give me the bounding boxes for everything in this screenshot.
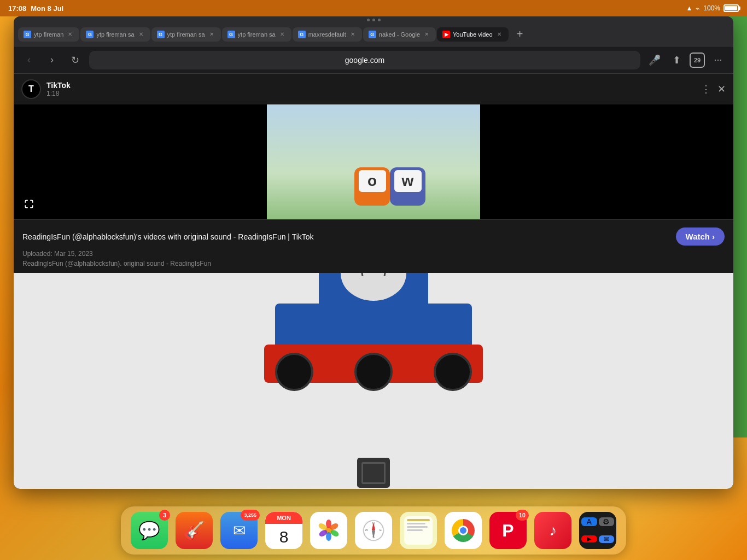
tab-1[interactable]: G ytp fireman ✕ <box>18 27 79 42</box>
tab-favicon-5: G <box>298 31 306 38</box>
dock-garageband[interactable]: 🎸 <box>176 512 213 549</box>
tab-count-badge[interactable]: 29 <box>690 52 705 68</box>
tab-close-3[interactable]: ✕ <box>208 31 215 38</box>
signal-icon: ▲ <box>686 4 692 12</box>
svg-text:W: W <box>365 528 368 532</box>
mini-player-video <box>14 104 733 219</box>
tab-label-2: ytp fireman sa <box>96 31 134 38</box>
watch-button[interactable]: Watch › <box>676 228 725 246</box>
tab-6[interactable]: G naked - Google ✕ <box>363 27 436 42</box>
dock-pinterest[interactable]: P 10 <box>489 512 527 549</box>
status-bar-right: ▲ ⌁ 100% <box>686 4 739 13</box>
calendar-month: MON <box>265 512 302 524</box>
alphablock-o <box>354 167 390 206</box>
tab-2[interactable]: G ytp fireman sa ✕ <box>80 27 150 42</box>
extras-appstore: A <box>581 517 597 526</box>
tab-label-5: maxresdefault <box>308 31 346 38</box>
tab-favicon-4: G <box>227 31 235 38</box>
browser-toolbar: ‹ › ↻ google.com 🎤 ⬆ 29 ··· <box>14 46 733 74</box>
tab-label-7: YouTube video <box>453 31 493 38</box>
tab-close-7[interactable]: ✕ <box>495 31 503 38</box>
mini-player-header: T TikTok 1:18 ⋮ ✕ <box>14 74 733 104</box>
url-text: google.com <box>345 56 384 65</box>
video-attribution: ReadingIsFun (@alphablocksfun). original… <box>22 260 725 267</box>
drag-dot <box>367 19 370 21</box>
tab-close-6[interactable]: ✕ <box>423 31 430 38</box>
dock: 💬 3 🎸 ✉ 3,255 MON 8 <box>121 506 626 555</box>
status-bar: 17:08 Mon 8 Jul ▲ ⌁ 100% <box>0 0 747 16</box>
mini-player-duration: 1:18 <box>46 90 71 97</box>
share-button[interactable]: ⬆ <box>668 51 685 69</box>
add-tab-button[interactable]: + <box>512 26 528 43</box>
tab-label-1: ytp fireman <box>34 31 63 38</box>
dock-photos[interactable] <box>310 512 347 549</box>
drag-dot <box>378 19 381 21</box>
status-bar-left: 17:08 Mon 8 Jul <box>8 4 63 13</box>
back-button[interactable]: ‹ <box>20 51 38 69</box>
more-options-button[interactable]: ⋮ <box>701 83 711 95</box>
dock-safari[interactable]: N S W E <box>355 512 392 549</box>
more-button[interactable]: ··· <box>709 51 727 69</box>
screenshot-icon[interactable] <box>19 194 39 214</box>
thomas-wheel-right <box>434 353 472 391</box>
tiktok-avatar: T <box>21 79 41 99</box>
dock-chrome[interactable] <box>445 512 482 549</box>
tab-close-4[interactable]: ✕ <box>278 31 286 38</box>
browser-content: T TikTok 1:18 ⋮ ✕ <box>14 74 733 489</box>
video-upload-date: Uploaded: Mar 15, 2023 <box>22 250 725 258</box>
mini-player: T TikTok 1:18 ⋮ ✕ <box>14 74 733 273</box>
thomas-wheel-center <box>354 353 393 391</box>
close-mini-player-button[interactable]: ✕ <box>717 83 726 95</box>
video-info: ReadingIsFun (@alphablocksfun)'s videos … <box>14 219 733 273</box>
video-frame <box>267 104 480 219</box>
dock-extras[interactable]: A ⚙ ▶ ✉ <box>579 512 616 549</box>
url-bar[interactable]: google.com <box>89 51 640 69</box>
pinterest-badge: 10 <box>516 510 529 521</box>
svg-text:E: E <box>380 528 382 532</box>
microphone-button[interactable]: 🎤 <box>646 51 663 69</box>
tab-7[interactable]: ▶ YouTube video ✕ <box>437 27 509 42</box>
tab-favicon-1: G <box>24 31 31 38</box>
thomas-window-inner <box>361 462 386 484</box>
tab-4[interactable]: G ytp fireman sa ✕ <box>222 27 291 42</box>
mini-player-controls: ⋮ ✕ <box>701 83 726 95</box>
extras-mail: ✉ <box>599 535 615 543</box>
tab-label-6: naked - Google <box>379 31 420 38</box>
wifi-icon: ⌁ <box>696 4 700 13</box>
video-title: ReadingIsFun (@alphablocksfun)'s videos … <box>22 232 669 241</box>
tab-favicon-2: G <box>86 31 94 38</box>
tab-5[interactable]: G maxresdefault ✕ <box>293 27 362 42</box>
svg-text:N: N <box>372 522 375 525</box>
thomas-wheel-left <box>275 353 313 391</box>
tab-3[interactable]: G ytp fireman sa ✕ <box>151 27 221 42</box>
dock-calendar[interactable]: MON 8 <box>265 512 302 549</box>
browser-window: G ytp fireman ✕ G ytp fireman sa ✕ G ytp… <box>14 16 733 489</box>
reload-button[interactable]: ↻ <box>66 51 84 69</box>
dock-messages[interactable]: 💬 3 <box>131 512 168 549</box>
date: Mon 8 Jul <box>31 4 63 13</box>
tab-favicon-6: G <box>369 31 376 38</box>
forward-button[interactable]: › <box>43 51 61 69</box>
battery-icon <box>723 4 739 12</box>
tab-close-1[interactable]: ✕ <box>66 31 74 38</box>
video-title-row: ReadingIsFun (@alphablocksfun)'s videos … <box>22 228 725 246</box>
messages-badge: 3 <box>159 510 170 521</box>
battery-label: 100% <box>703 4 720 12</box>
extras-youtube: ▶ <box>581 535 597 542</box>
dock-notes[interactable] <box>400 512 437 549</box>
mini-player-platform: TikTok <box>46 81 71 90</box>
drag-handle-bar[interactable] <box>14 16 733 22</box>
tab-bar: G ytp fireman ✕ G ytp fireman sa ✕ G ytp… <box>14 22 733 46</box>
tab-close-2[interactable]: ✕ <box>137 31 145 38</box>
tab-close-5[interactable]: ✕ <box>349 31 357 38</box>
mail-badge: 3,255 <box>241 510 260 521</box>
tab-favicon-3: G <box>157 31 165 38</box>
tab-favicon-7: ▶ <box>442 31 450 38</box>
dock-music[interactable]: ♪ <box>534 512 571 549</box>
dock-mail[interactable]: ✉ 3,255 <box>220 512 258 549</box>
tab-label-4: ytp fireman sa <box>238 31 276 38</box>
time: 17:08 <box>8 4 26 13</box>
tiktok-logo: T <box>28 84 34 94</box>
mini-player-info: T TikTok 1:18 <box>21 79 71 99</box>
drag-dot <box>372 19 375 21</box>
